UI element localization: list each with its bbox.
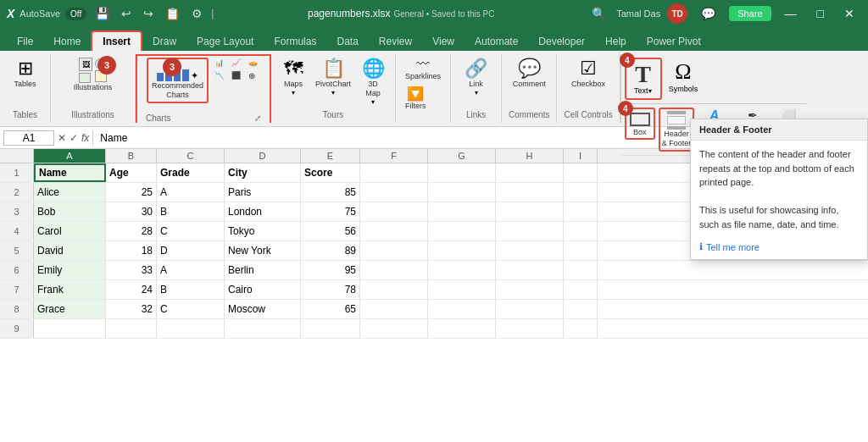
cell-g8[interactable] <box>428 300 496 318</box>
cell-c9[interactable] <box>157 319 225 338</box>
3d-map-btn[interactable]: 🌐 3DMap ▾ <box>358 56 388 108</box>
cell-b3[interactable]: 30 <box>106 202 157 221</box>
cell-i3[interactable] <box>564 202 598 221</box>
cell-f7[interactable] <box>360 280 428 299</box>
cell-c5[interactable]: D <box>157 241 225 260</box>
cell-d5[interactable]: New York <box>225 241 301 260</box>
tab-review[interactable]: Review <box>369 32 422 51</box>
cell-b6[interactable]: 33 <box>106 261 157 279</box>
minimize-btn[interactable]: — <box>778 3 804 24</box>
col-header-d[interactable]: D <box>225 149 301 163</box>
cell-c1[interactable]: Grade <box>157 163 225 182</box>
user-avatar[interactable]: TD <box>667 3 687 24</box>
cell-i6[interactable] <box>564 261 598 279</box>
col-header-e[interactable]: E <box>301 149 360 163</box>
col-header-f[interactable]: F <box>360 149 428 163</box>
cell-e2[interactable]: 85 <box>301 183 360 202</box>
search-icon[interactable]: 🔍 <box>588 5 609 22</box>
cell-g7[interactable] <box>428 280 496 299</box>
tab-draw[interactable]: Draw <box>142 32 186 51</box>
cell-a1[interactable]: Name <box>34 163 106 182</box>
cell-i2[interactable] <box>564 183 598 202</box>
pie-chart-btn[interactable]: 🥧 <box>246 58 260 68</box>
filters-btn[interactable]: 🔽 Filters <box>403 85 429 111</box>
cell-a9[interactable] <box>34 319 106 338</box>
cell-c6[interactable]: A <box>157 261 225 279</box>
checkbox-btn[interactable]: ☑ Checkbox <box>568 56 609 91</box>
cell-g5[interactable] <box>428 241 496 260</box>
col-header-h[interactable]: H <box>496 149 564 163</box>
cell-f5[interactable] <box>360 241 428 260</box>
maximize-btn[interactable]: □ <box>810 3 831 24</box>
cell-f9[interactable] <box>360 319 428 338</box>
cell-a3[interactable]: Bob <box>34 202 106 221</box>
header-footer-btn[interactable]: Header& Footer <box>659 108 695 152</box>
cell-f4[interactable] <box>360 222 428 240</box>
cell-e5[interactable]: 89 <box>301 241 360 260</box>
formula-function-icon[interactable]: fx <box>81 132 89 144</box>
symbols-btn[interactable]: Ω Symbols <box>665 58 702 95</box>
cell-a2[interactable]: Alice <box>34 183 106 202</box>
cell-b9[interactable] <box>106 319 157 338</box>
cell-e7[interactable]: 78 <box>301 280 360 299</box>
cell-f6[interactable] <box>360 261 428 279</box>
cell-f8[interactable] <box>360 300 428 318</box>
close-btn[interactable]: ✕ <box>837 3 861 24</box>
sparklines-btn[interactable]: 〰 Sparklines <box>403 56 443 81</box>
cell-g1[interactable] <box>428 163 496 182</box>
cell-c8[interactable]: C <box>157 300 225 318</box>
cell-d3[interactable]: London <box>225 202 301 221</box>
col-header-c[interactable]: C <box>157 149 225 163</box>
tab-page-layout[interactable]: Page Layout <box>186 32 264 51</box>
cell-b5[interactable]: 18 <box>106 241 157 260</box>
cell-e3[interactable]: 75 <box>301 202 360 221</box>
tab-data[interactable]: Data <box>326 32 368 51</box>
cell-h2[interactable] <box>496 183 564 202</box>
redo-icon[interactable]: ↪ <box>140 5 157 22</box>
tab-power-pivot[interactable]: Power Pivot <box>637 32 711 51</box>
tooltip-link[interactable]: ℹ Tell me more <box>691 238 867 259</box>
cell-h4[interactable] <box>496 222 564 240</box>
comment-ribbon-btn[interactable]: 💬 Comment <box>509 56 549 91</box>
cell-d6[interactable]: Berlin <box>225 261 301 279</box>
tab-insert[interactable]: Insert <box>91 30 142 51</box>
cell-h3[interactable] <box>496 202 564 221</box>
cell-h7[interactable] <box>496 280 564 299</box>
cell-d2[interactable]: Paris <box>225 183 301 202</box>
pivot-chart-btn[interactable]: 📋 PivotChart ▾ <box>312 56 354 98</box>
cell-g3[interactable] <box>428 202 496 221</box>
cell-d7[interactable]: Cairo <box>225 280 301 299</box>
cell-b7[interactable]: 24 <box>106 280 157 299</box>
more-charts-btn[interactable]: ⊕ <box>246 70 258 81</box>
cell-c7[interactable]: B <box>157 280 225 299</box>
cell-i5[interactable] <box>564 241 598 260</box>
line-chart-btn[interactable]: 📈 <box>229 58 243 68</box>
cell-c2[interactable]: A <box>157 183 225 202</box>
waterfall-btn[interactable]: ⬛ <box>229 70 243 81</box>
cell-f2[interactable] <box>360 183 428 202</box>
tab-formulas[interactable]: Formulas <box>264 32 326 51</box>
cell-b4[interactable]: 28 <box>106 222 157 240</box>
cell-f1[interactable] <box>360 163 428 182</box>
col-header-g[interactable]: G <box>428 149 496 163</box>
name-box[interactable]: A1 <box>3 130 54 146</box>
cell-e1[interactable]: Score <box>301 163 360 182</box>
cell-g4[interactable] <box>428 222 496 240</box>
share-btn[interactable]: Share <box>729 6 771 21</box>
cell-h8[interactable] <box>496 300 564 318</box>
tab-automate[interactable]: Automate <box>465 32 528 51</box>
maps-btn[interactable]: 🗺 Maps ▾ <box>278 56 309 98</box>
autosave-toggle[interactable]: Off <box>65 8 86 20</box>
cell-b2[interactable]: 25 <box>106 183 157 202</box>
cell-d8[interactable]: Moscow <box>225 300 301 318</box>
cell-i1[interactable] <box>564 163 598 182</box>
tab-view[interactable]: View <box>422 32 465 51</box>
cell-a4[interactable]: Carol <box>34 222 106 240</box>
cell-h1[interactable] <box>496 163 564 182</box>
cell-c3[interactable]: B <box>157 202 225 221</box>
undo-icon[interactable]: ↩ <box>118 5 135 22</box>
col-header-i[interactable]: I <box>564 149 598 163</box>
cell-e9[interactable] <box>301 319 360 338</box>
cell-g6[interactable] <box>428 261 496 279</box>
cell-a8[interactable]: Grace <box>34 300 106 318</box>
